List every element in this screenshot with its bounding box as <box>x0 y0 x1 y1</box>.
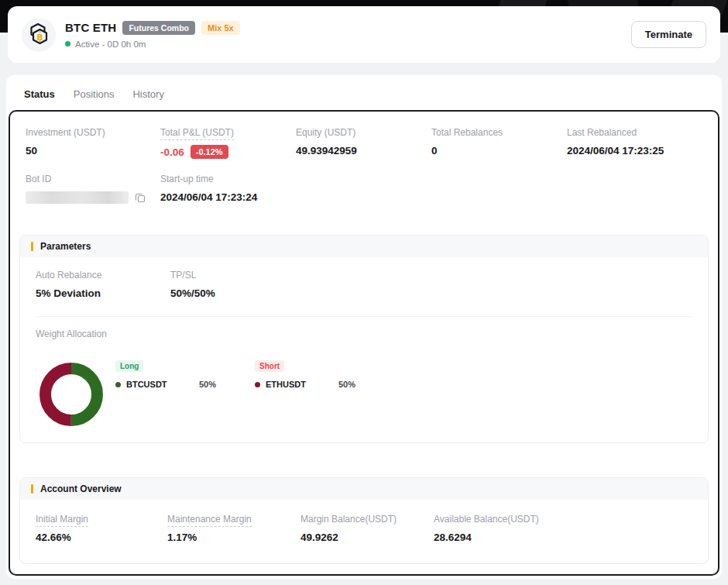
total-rebalances-label: Total Rebalances <box>431 127 567 138</box>
active-status-dot <box>65 41 70 46</box>
bot-id-redacted-value <box>26 191 129 204</box>
margin-balance-label: Margin Balance(USDT) <box>300 514 434 525</box>
investment-stat: Investment (USDT) 50 <box>26 127 160 159</box>
terminate-button[interactable]: Terminate <box>631 21 706 48</box>
tab-history[interactable]: History <box>132 88 163 100</box>
bot-header-card: B BTC ETH Futures Combo Mix 5x Active - … <box>8 6 720 63</box>
total-pnl-label: Total P&L (USDT) <box>160 127 234 140</box>
content-panel: Status Positions History Investment (USD… <box>6 75 722 579</box>
equity-label: Equity (USDT) <box>296 127 431 138</box>
weight-allocation-donut-chart <box>37 360 105 428</box>
bot-type-badge: Futures Combo <box>122 21 195 35</box>
divider <box>36 316 692 317</box>
parameters-header: Parameters <box>20 236 708 257</box>
available-balance-label: Available Balance(USDT) <box>434 514 692 525</box>
account-overview-title: Account Overview <box>40 483 122 494</box>
stats-row-2: Bot ID Start-up time 2024/06/04 17:23:24 <box>19 174 709 204</box>
short-weight: 50% <box>338 380 355 389</box>
short-badge: Short <box>255 360 284 372</box>
copy-icon[interactable] <box>135 192 146 203</box>
maintenance-margin-label: Maintenance Margin <box>167 514 252 527</box>
section-accent-bar <box>31 242 33 251</box>
pnl-percent-badge: -0.12% <box>191 145 228 159</box>
account-overview-header: Account Overview <box>20 478 708 500</box>
available-balance-stat: Available Balance(USDT) 28.6294 <box>434 514 692 543</box>
investment-value: 50 <box>26 145 160 157</box>
weight-allocation-title: Weight Allocation <box>36 329 692 339</box>
initial-margin-value: 42.66% <box>36 532 167 543</box>
equity-stat: Equity (USDT) 49.93942959 <box>296 127 431 159</box>
parameters-card: Parameters Auto Rebalance 5% Deviation T… <box>19 235 709 443</box>
investment-label: Investment (USDT) <box>26 127 160 138</box>
svg-text:B: B <box>36 32 43 41</box>
tab-positions[interactable]: Positions <box>74 88 115 100</box>
bot-id-label: Bot ID <box>26 174 160 184</box>
available-balance-value: 28.6294 <box>434 532 692 543</box>
initial-margin-stat: Initial Margin 42.66% <box>36 514 167 543</box>
section-accent-bar <box>31 484 33 494</box>
stats-row-1: Investment (USDT) 50 Total P&L (USDT) -0… <box>19 127 709 159</box>
status-tab-content: Investment (USDT) 50 Total P&L (USDT) -0… <box>9 110 719 576</box>
auto-rebalance-value: 5% Deviation <box>36 287 170 299</box>
account-overview-grid: Initial Margin 42.66% Maintenance Margin… <box>36 514 692 543</box>
total-pnl-stat: Total P&L (USDT) -0.06 -0.12% <box>160 127 296 159</box>
bot-status-text: Active - 0D 0h 0m <box>75 40 146 49</box>
total-rebalances-stat: Total Rebalances 0 <box>431 127 567 159</box>
tab-status[interactable]: Status <box>24 88 55 100</box>
maintenance-margin-stat: Maintenance Margin 1.17% <box>167 514 300 543</box>
margin-balance-value: 49.9262 <box>300 532 434 543</box>
last-rebalanced-value: 2024/06/04 17:23:25 <box>567 145 709 157</box>
tab-bar: Status Positions History <box>24 88 719 100</box>
parameters-grid: Auto Rebalance 5% Deviation TP/SL 50%/50… <box>36 270 692 299</box>
legend-long-group: Long BTCUSDT 50% <box>115 358 216 389</box>
long-legend-dot <box>115 382 121 387</box>
maintenance-margin-value: 1.17% <box>167 532 300 543</box>
leverage-badge: Mix 5x <box>201 21 240 35</box>
total-rebalances-value: 0 <box>431 145 567 157</box>
margin-balance-stat: Margin Balance(USDT) 49.9262 <box>300 514 434 543</box>
tpsl-label: TP/SL <box>170 270 692 280</box>
bot-id-stat: Bot ID <box>26 174 160 204</box>
long-badge: Long <box>115 360 143 372</box>
donut-legend: Long BTCUSDT 50% Short ETHUSDT <box>115 358 355 389</box>
long-weight: 50% <box>199 380 216 389</box>
short-legend-dot <box>255 382 260 387</box>
tpsl-stat: TP/SL 50%/50% <box>170 270 692 299</box>
bot-hexagon-bitcoin-icon: B <box>26 22 52 48</box>
short-symbol: ETHUSDT <box>266 380 306 389</box>
bot-avatar: B <box>22 18 56 52</box>
total-pnl-value: -0.06 <box>160 146 184 158</box>
tpsl-value: 50%/50% <box>170 287 692 299</box>
startup-time-value: 2024/06/04 17:23:24 <box>160 191 709 203</box>
legend-short-group: Short ETHUSDT 50% <box>255 358 355 389</box>
startup-time-label: Start-up time <box>160 174 709 184</box>
last-rebalanced-label: Last Rebalanced <box>567 127 709 138</box>
account-overview-card: Account Overview Initial Margin 42.66% M… <box>19 477 709 564</box>
auto-rebalance-stat: Auto Rebalance 5% Deviation <box>36 270 170 299</box>
last-rebalanced-stat: Last Rebalanced 2024/06/04 17:23:25 <box>567 127 709 159</box>
parameters-title: Parameters <box>40 241 91 252</box>
initial-margin-label: Initial Margin <box>36 514 88 527</box>
long-symbol: BTCUSDT <box>126 380 167 389</box>
bot-title: BTC ETH <box>65 21 116 34</box>
equity-value: 49.93942959 <box>296 145 431 157</box>
startup-time-stat: Start-up time 2024/06/04 17:23:24 <box>160 174 709 204</box>
auto-rebalance-label: Auto Rebalance <box>36 270 170 280</box>
